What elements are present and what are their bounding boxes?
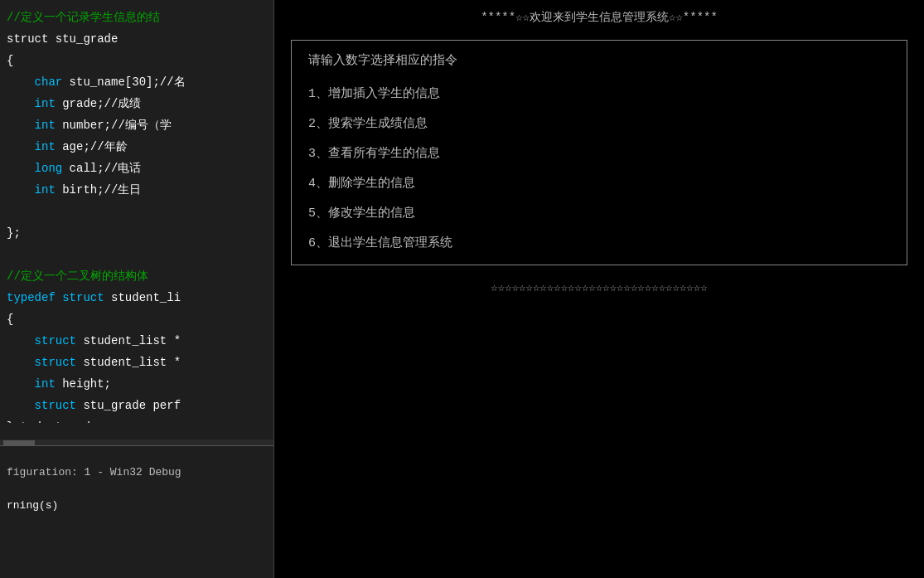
code-text: birth;//生日 (56, 179, 142, 201)
code-line-6: int number;//编号（学 (0, 114, 273, 136)
terminal-panel: *****☆☆欢迎来到学生信息管理系统☆☆***** 请输入数字选择相应的指令 … (273, 0, 924, 578)
menu-item-2: 2、搜索学生成绩信息 (308, 115, 890, 134)
menu-box: 请输入数字选择相应的指令 1、增加插入学生的信息 2、搜索学生成绩信息 3、查看… (291, 40, 907, 265)
code-line-7: int age;//年龄 (0, 136, 273, 158)
code-text: call;//电话 (62, 158, 141, 179)
code-keyword: char (7, 71, 62, 93)
code-text: struct stu_grade (7, 28, 118, 50)
code-line-12 (0, 244, 273, 265)
code-keyword: struct (7, 330, 76, 352)
code-line-3: { (0, 50, 273, 71)
code-line-2: struct stu_grade (0, 28, 273, 50)
code-keyword: struct (62, 287, 104, 308)
terminal-footer: ☆☆☆☆☆☆☆☆☆☆☆☆☆☆☆☆☆☆☆☆☆☆☆☆☆☆☆☆☆☆☆ (274, 274, 924, 302)
status-config: figuration: 1 - Win32 Debug (7, 464, 267, 481)
menu-prompt: 请输入数字选择相应的指令 (308, 52, 890, 70)
code-content: //定义一个记录学生信息的结 struct stu_grade { char s… (0, 0, 273, 423)
code-line-9: int birth;//生日 (0, 179, 273, 201)
code-line-1: //定义一个记录学生信息的结 (0, 7, 273, 28)
code-text: { (7, 50, 13, 71)
code-keyword: int (7, 136, 56, 158)
code-line-20: }student_node; (0, 416, 273, 423)
menu-item-3: 3、查看所有学生的信息 (308, 145, 890, 163)
code-text: stu_name[30];//名 (62, 71, 185, 93)
code-line-16: struct student_list * (0, 330, 273, 352)
code-text: }; (7, 222, 21, 244)
code-line-13: //定义一个二叉树的结构体 (0, 265, 273, 287)
code-editor: //定义一个记录学生信息的结 struct stu_grade { char s… (0, 0, 273, 578)
code-text: { (7, 308, 13, 330)
code-text: height; (56, 373, 111, 395)
code-text: //定义一个二叉树的结构体 (7, 265, 148, 287)
code-keyword: int (7, 179, 56, 201)
menu-item-6: 6、退出学生信息管理系统 (308, 235, 890, 253)
code-line-5: int grade;//成绩 (0, 93, 273, 114)
code-text (7, 201, 13, 222)
menu-item-1: 1、增加插入学生的信息 (308, 85, 890, 104)
code-line-15: { (0, 308, 273, 330)
code-text: stu_grade perf (76, 395, 181, 416)
code-line-10 (0, 201, 273, 222)
status-warning: rning(s) (7, 498, 267, 514)
code-keyword: struct (7, 352, 76, 373)
status-area: figuration: 1 - Win32 Debug rning(s) (0, 445, 273, 578)
code-text: }student_node; (7, 416, 104, 423)
code-line-18: int height; (0, 373, 273, 395)
code-text: age;//年龄 (56, 136, 128, 158)
code-area: //定义一个记录学生信息的结 struct stu_grade { char s… (0, 0, 273, 423)
code-text: student_list * (76, 330, 181, 352)
code-line-14: typedef struct student_li (0, 287, 273, 308)
code-line-17: struct student_list * (0, 352, 273, 373)
code-text: student_li (104, 287, 181, 308)
code-keyword: struct (7, 395, 76, 416)
menu-item-4: 4、删除学生的信息 (308, 175, 890, 193)
terminal-header: *****☆☆欢迎来到学生信息管理系统☆☆***** (274, 3, 924, 32)
code-keyword: typedef (7, 287, 56, 308)
code-keyword: int (7, 93, 56, 114)
code-text (7, 244, 13, 265)
code-text: student_list * (76, 352, 181, 373)
menu-item-5: 5、修改学生的信息 (308, 205, 890, 223)
code-keyword: long (7, 158, 62, 179)
code-text: number;//编号（学 (56, 114, 172, 136)
code-text (56, 287, 62, 308)
code-line-11: }; (0, 222, 273, 244)
terminal-content: *****☆☆欢迎来到学生信息管理系统☆☆***** 请输入数字选择相应的指令 … (274, 0, 924, 578)
code-line-19: struct stu_grade perf (0, 395, 273, 416)
code-line-8: long call;//电话 (0, 158, 273, 179)
code-line-4: char stu_name[30];//名 (0, 71, 273, 93)
code-keyword: int (7, 114, 56, 136)
code-text: //定义一个记录学生信息的结 (7, 7, 160, 28)
code-text: grade;//成绩 (56, 93, 142, 114)
code-keyword: int (7, 373, 56, 395)
